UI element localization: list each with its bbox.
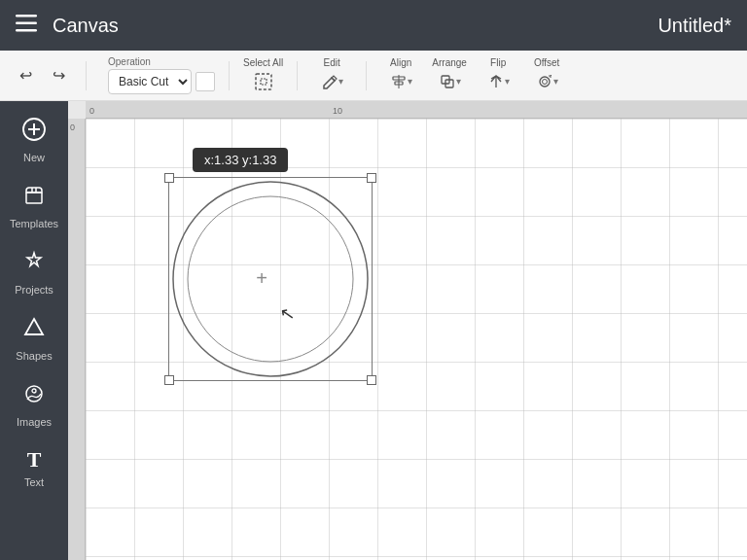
separator-4 xyxy=(366,61,367,90)
arrange-section: Arrange ▾ xyxy=(429,57,470,94)
sidebar-item-templates[interactable]: Templates xyxy=(5,175,63,237)
ruler-mark-v0: 0 xyxy=(70,122,75,132)
offset-button[interactable]: ▾ xyxy=(526,69,567,94)
handle-bl[interactable] xyxy=(164,375,174,385)
sidebar-item-text[interactable]: T Text xyxy=(5,439,63,496)
separator-2 xyxy=(229,61,230,90)
text-icon: T xyxy=(27,447,42,472)
projects-icon xyxy=(21,249,47,280)
doc-title: Untitled* xyxy=(658,15,731,37)
undo-redo-group: ↩ ↪ xyxy=(12,62,72,89)
select-all-section: Select All xyxy=(243,57,283,94)
arrange-label: Arrange xyxy=(432,57,467,68)
sidebar: New Templates Projects xyxy=(0,101,68,560)
main-area: New Templates Projects xyxy=(0,101,747,560)
svg-rect-3 xyxy=(256,74,271,89)
separator-1 xyxy=(86,61,87,90)
align-button[interactable]: ▾ xyxy=(380,69,421,94)
shapes-label: Shapes xyxy=(16,350,52,362)
select-all-label: Select All xyxy=(243,57,283,68)
coord-tooltip: x:1.33 y:1.33 xyxy=(193,148,288,172)
new-icon xyxy=(21,117,47,148)
edit-button[interactable]: ▾ xyxy=(311,69,352,94)
drawing-canvas[interactable]: x:1.33 y:1.33 ↖ xyxy=(86,119,747,560)
color-swatch[interactable] xyxy=(196,72,215,91)
toolbar: ↩ ↪ Operation Basic Cut Draw Score Engra… xyxy=(0,51,747,101)
sidebar-item-new[interactable]: New xyxy=(5,109,63,171)
svg-rect-1 xyxy=(16,22,37,25)
images-icon xyxy=(21,381,47,412)
align-label: Align xyxy=(390,57,411,68)
operation-select[interactable]: Basic Cut Draw Score Engrave xyxy=(108,69,192,94)
app-header: Canvas Untitled* xyxy=(0,0,747,51)
offset-section: Offset ▾ xyxy=(526,57,567,94)
text-label: Text xyxy=(24,476,44,488)
handle-br[interactable] xyxy=(367,375,376,385)
edit-label: Edit xyxy=(324,57,340,68)
svg-point-10 xyxy=(542,79,547,84)
ruler-mark-10: 10 xyxy=(333,106,342,116)
offset-label: Offset xyxy=(534,57,560,68)
separator-3 xyxy=(297,61,298,90)
menu-icon[interactable] xyxy=(16,13,37,38)
ruler-horizontal: 0 10 xyxy=(86,101,747,119)
svg-rect-0 xyxy=(16,15,37,18)
ruler-mark-0: 0 xyxy=(89,106,94,116)
select-all-button[interactable] xyxy=(248,69,279,94)
edit-section: Edit ▾ xyxy=(311,57,352,94)
redo-button[interactable]: ↪ xyxy=(45,62,72,89)
operation-select-wrap: Basic Cut Draw Score Engrave xyxy=(108,69,215,94)
sidebar-item-projects[interactable]: Projects xyxy=(5,241,63,303)
handle-tl[interactable] xyxy=(164,173,174,183)
svg-rect-2 xyxy=(16,29,37,32)
svg-point-9 xyxy=(540,77,550,87)
flip-label: Flip xyxy=(490,57,506,68)
operation-section: Operation Basic Cut Draw Score Engrave xyxy=(108,56,215,94)
flip-button[interactable]: ▾ xyxy=(478,69,518,94)
canvas-area[interactable]: 0 10 0 x:1.33 y:1.33 xyxy=(68,101,747,560)
ruler-vertical: 0 xyxy=(68,119,86,560)
handle-tr[interactable] xyxy=(367,173,376,183)
operation-label: Operation xyxy=(108,56,151,67)
sidebar-item-images[interactable]: Images xyxy=(5,373,63,436)
sidebar-item-shapes[interactable]: Shapes xyxy=(5,307,63,369)
projects-label: Projects xyxy=(15,284,53,296)
images-label: Images xyxy=(17,416,52,428)
templates-icon xyxy=(21,183,47,214)
svg-point-18 xyxy=(32,389,36,393)
templates-label: Templates xyxy=(10,218,58,229)
flip-section: Flip ▾ xyxy=(478,57,518,94)
shapes-icon xyxy=(21,315,47,346)
crosshair xyxy=(246,262,277,294)
svg-rect-14 xyxy=(26,192,42,203)
new-label: New xyxy=(23,152,45,163)
arrange-button[interactable]: ▾ xyxy=(429,69,470,94)
undo-button[interactable]: ↩ xyxy=(12,62,39,89)
align-section: Align ▾ xyxy=(380,57,421,94)
app-title: Canvas xyxy=(53,15,119,37)
